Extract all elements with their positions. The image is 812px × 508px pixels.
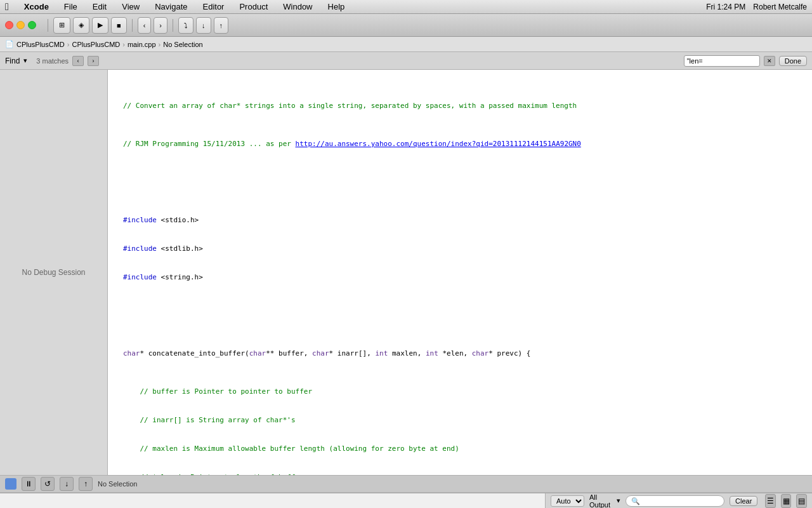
find-done-btn[interactable]: Done	[779, 56, 807, 66]
menu-editor[interactable]: Editor	[200, 2, 226, 11]
find-prev-btn[interactable]: ‹	[72, 56, 84, 66]
output-view-btn-2[interactable]: ▦	[781, 494, 792, 508]
menu-edit[interactable]: Edit	[90, 2, 109, 11]
table-row: // Convert an array of char* strings int…	[108, 101, 812, 110]
minimize-button[interactable]	[16, 21, 25, 29]
output-panel: Auto All Output ▾ Clear ☰ ▦ ▤ Buffer=fir…	[546, 493, 812, 508]
output-dropdown-icon[interactable]: ▾	[617, 497, 620, 505]
breadcrumb-group[interactable]: CPlusPlusCMD	[72, 41, 120, 48]
apple-menu[interactable]: 	[5, 1, 9, 13]
table-row: // *elen is Pointer to length of buffer	[108, 472, 812, 475]
code-area: // Convert an array of char* strings int…	[108, 70, 812, 475]
menu-user: Robert Metcalfe	[753, 3, 807, 11]
toolbar-separator-1	[48, 19, 48, 32]
breadcrumb-sep-2: ›	[122, 41, 125, 48]
step-into-btn[interactable]: ↓	[196, 17, 211, 34]
step-out-btn[interactable]: ↑	[214, 17, 229, 34]
breadcrumb-icon: 📄	[5, 40, 14, 48]
breadcrumb-sep-1: ›	[67, 41, 70, 48]
breadcrumb-sep-3: ›	[159, 41, 161, 48]
table-row: #include <string.h>	[108, 272, 812, 282]
find-bar: Find ▾ 3 matches ‹ › ✕ Done	[0, 52, 812, 70]
code-editor[interactable]: // Convert an array of char* strings int…	[108, 70, 812, 475]
menu-help[interactable]: Help	[325, 2, 348, 11]
table-row: // buffer is Pointer to pointer to buffe…	[108, 387, 812, 396]
debug-session-label: No Debug Session	[22, 268, 85, 277]
toolbar-separator-3	[173, 19, 173, 32]
menu-file[interactable]: File	[62, 2, 80, 11]
output-view-btn-3[interactable]: ▤	[796, 494, 807, 508]
debug-pause-btn[interactable]: ⏸	[22, 477, 36, 491]
variables-panel	[0, 493, 546, 508]
debug-step-up-btn[interactable]: ↑	[79, 477, 93, 491]
menu-window[interactable]: Window	[280, 2, 315, 11]
table-row: char* concatenate_into_buffer(char** buf…	[108, 349, 812, 358]
find-label: Find	[5, 57, 20, 65]
toolbar: ⊞ ◈ ▶ ■ ‹ › ⤵ ↓ ↑	[0, 14, 812, 37]
nav-fwd-btn[interactable]: ›	[154, 17, 167, 34]
table-row: #include <stdlib.h>	[108, 244, 812, 253]
stop-btn[interactable]: ■	[111, 17, 127, 34]
main-area: No Debug Session // Convert an array of …	[0, 70, 812, 475]
run-btn[interactable]: ▶	[92, 17, 108, 34]
debug-selection-label: No Selection	[98, 480, 137, 488]
view-toggle-btn[interactable]: ⊞	[53, 17, 70, 34]
breakpoint-indicator	[5, 478, 16, 490]
debug-restart-btn[interactable]: ↺	[41, 477, 55, 491]
output-search-input[interactable]	[625, 495, 724, 507]
step-over-btn[interactable]: ⤵	[178, 17, 193, 34]
table-row: // RJM Programming 15/11/2013 ... as per…	[108, 139, 812, 149]
menu-xcode[interactable]: Xcode	[22, 2, 51, 11]
breadcrumb-file[interactable]: main.cpp	[128, 41, 156, 48]
nav-back-btn[interactable]: ‹	[138, 17, 152, 34]
table-row: #include <stdio.h>	[108, 215, 812, 225]
menu-bar:  Xcode File Edit View Navigate Editor P…	[0, 0, 812, 14]
output-auto-selector[interactable]: Auto	[551, 495, 584, 507]
table-row: // inarr[] is String array of char*'s	[108, 415, 812, 425]
output-view-btn-1[interactable]: ☰	[765, 494, 776, 508]
menu-navigate[interactable]: Navigate	[152, 2, 190, 11]
output-header: Auto All Output ▾ Clear ☰ ▦ ▤	[546, 493, 812, 508]
table-row: // maxlen is Maximum allowable buffer le…	[108, 444, 812, 453]
toolbar-separator-2	[132, 19, 133, 32]
breadcrumb: 📄 CPlusPlusCMD › CPlusPlusCMD › main.cpp…	[0, 37, 812, 52]
table-row	[108, 177, 812, 187]
maximize-button[interactable]	[28, 21, 36, 29]
menu-view[interactable]: View	[119, 2, 142, 11]
breakpoint-btn[interactable]: ◈	[73, 17, 89, 34]
breadcrumb-project[interactable]: CPlusPlusCMD	[16, 41, 65, 48]
debug-panel: No Debug Session	[0, 70, 108, 475]
output-title: All Output	[589, 493, 612, 509]
find-dropdown-icon[interactable]: ▾	[23, 57, 27, 65]
bottom-area: Auto All Output ▾ Clear ☰ ▦ ▤ Buffer=fir…	[0, 493, 812, 508]
table-row	[108, 311, 812, 320]
find-matches: 3 matches	[36, 57, 69, 65]
close-button[interactable]	[5, 21, 13, 29]
output-clear-btn[interactable]: Clear	[730, 496, 757, 506]
breadcrumb-selection[interactable]: No Selection	[163, 41, 202, 48]
debug-bar: ⏸ ↺ ↓ ↑ No Selection	[0, 475, 812, 493]
menu-time: Fri 1:24 PM	[706, 3, 745, 11]
find-search-input[interactable]	[684, 55, 760, 67]
find-next-btn[interactable]: ›	[88, 56, 99, 66]
find-clear-btn[interactable]: ✕	[764, 56, 775, 66]
debug-step-down-btn[interactable]: ↓	[60, 477, 74, 491]
menu-product[interactable]: Product	[237, 2, 270, 11]
